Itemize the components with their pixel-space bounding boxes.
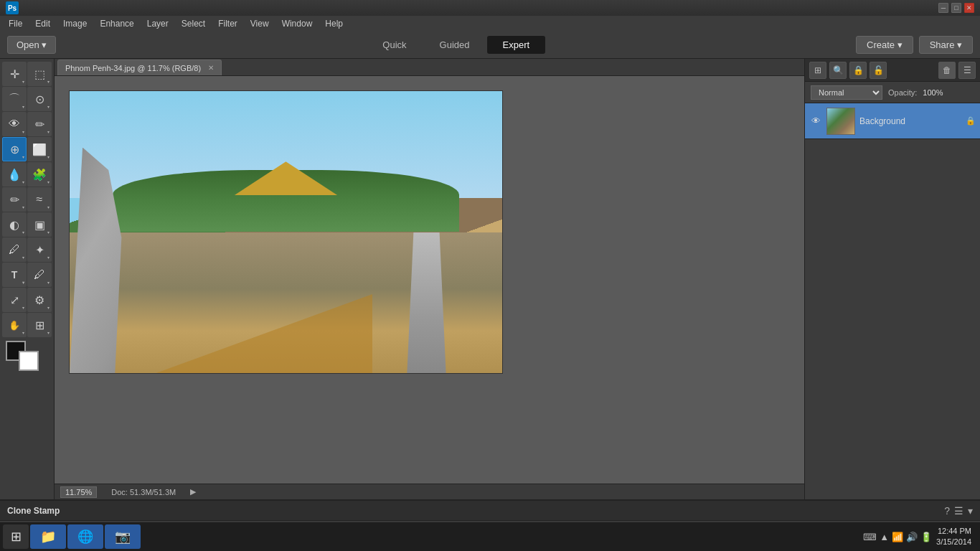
menu-edit[interactable]: Edit (29, 17, 56, 30)
menubar: File Edit Image Enhance Layer Select Fil… (0, 16, 980, 32)
tool-red-eye[interactable]: 👁▾ (2, 112, 27, 136)
right-btn-1[interactable]: ⊞ (809, 62, 826, 79)
tab-expert[interactable]: Expert (487, 36, 546, 54)
tool-row-lasso: ⌒▾ ⊙▾ (2, 87, 52, 111)
right-btn-2[interactable]: 🔍 (829, 62, 847, 79)
create-button[interactable]: Create ▾ (856, 36, 913, 54)
taskbar-file-explorer[interactable]: 📁 (30, 524, 66, 549)
tab-title: Phnom Penh-34.jpg @ 11.7% (RGB/8) (65, 64, 201, 72)
tab-close-button[interactable]: ✕ (208, 64, 214, 72)
tool-shape[interactable]: 🖊▾ (27, 263, 52, 287)
taskbar-app3[interactable]: 📷 (105, 524, 141, 549)
tool-brush[interactable]: 💧▾ (2, 162, 27, 187)
tool-options-controls: ? ☰ ▾ (944, 505, 973, 517)
tool-paint-bucket[interactable]: ⊞▾ (27, 313, 52, 337)
tool-row-pencil: ✏▾ ≈▾ (2, 187, 52, 212)
menu-image[interactable]: Image (57, 17, 93, 30)
doc-size: Doc: 51.3M/51.3M (111, 488, 176, 496)
tab-quick[interactable]: Quick (367, 36, 422, 54)
right-toolbar: ⊞ 🔍 🔒 🔓 🗑 ☰ (805, 59, 980, 82)
mode-tabs: Quick Guided Expert (367, 36, 545, 54)
nav-arrow[interactable]: ▶ (190, 487, 196, 496)
menu-enhance[interactable]: Enhance (94, 17, 139, 30)
tool-marquee[interactable]: ⬚▾ (27, 62, 52, 86)
canvas-container[interactable] (55, 76, 804, 484)
canvas-tab[interactable]: Phnom Penh-34.jpg @ 11.7% (RGB/8) ✕ (57, 60, 222, 75)
layer-thumbnail (826, 108, 855, 135)
tab-guided[interactable]: Guided (424, 36, 486, 54)
menu-file[interactable]: File (3, 17, 28, 30)
right-btn-menu[interactable]: ☰ (958, 62, 976, 79)
tool-eyedropper[interactable]: 🖊▾ (2, 237, 27, 262)
tool-pencil[interactable]: ✏▾ (2, 187, 27, 212)
share-button[interactable]: Share ▾ (919, 36, 973, 54)
menu-help[interactable]: Help (319, 17, 349, 30)
right-panel: ⊞ 🔍 🔒 🔓 🗑 ☰ Normal Opacity: 100% 👁 Backg… (804, 59, 980, 499)
taskbar: ⊞ 📁 🌐 📷 ⌨ ▲ 📶 🔊 🔋 12:44 PM 3/15/2014 (0, 522, 980, 551)
blend-row: Normal Opacity: 100% (805, 82, 980, 103)
titlebar-left: Ps (6, 1, 19, 14)
taskbar-chrome[interactable]: 🌐 (67, 524, 103, 549)
battery-icon[interactable]: 🔋 (920, 532, 932, 542)
network-icon[interactable]: 📶 (892, 532, 903, 542)
blend-mode-select[interactable]: Normal (811, 85, 882, 100)
tool-quick-select[interactable]: ⊙▾ (27, 87, 52, 111)
tool-options-header: Clone Stamp ? ☰ ▾ (0, 501, 980, 521)
keyboard-icon[interactable]: ⌨ (863, 532, 877, 542)
tool-recompose[interactable]: ⚙▾ (27, 288, 52, 312)
tool-lasso[interactable]: ⌒▾ (2, 87, 27, 111)
menu-layer[interactable]: Layer (141, 17, 174, 30)
start-button[interactable]: ⊞ (3, 524, 29, 549)
tool-heal[interactable]: ✏▾ (27, 112, 52, 136)
background-color[interactable] (19, 351, 39, 371)
zoom-display[interactable]: 11.75% (60, 486, 97, 498)
right-btn-lock1[interactable]: 🔒 (849, 62, 867, 79)
maximize-button[interactable]: □ (951, 3, 961, 13)
right-btn-delete[interactable]: 🗑 (938, 62, 956, 79)
opacity-label: Opacity: (888, 88, 917, 97)
volume-icon[interactable]: 🔊 (906, 532, 918, 542)
tool-smudge[interactable]: ≈▾ (27, 187, 52, 212)
canvas-image (69, 90, 503, 374)
tool-options-menu[interactable]: ☰ (954, 505, 963, 517)
clock[interactable]: 12:44 PM 3/15/2014 (936, 526, 971, 548)
app-logo: Ps (6, 1, 19, 14)
tool-options-expand[interactable]: ▾ (968, 505, 973, 517)
tool-erase[interactable]: ⬜▾ (27, 137, 52, 161)
menu-view[interactable]: View (245, 17, 275, 30)
open-button[interactable]: Open ▾ (7, 36, 56, 54)
tool-row-clone: ⊕▾ ⬜▾ (2, 137, 52, 161)
close-button[interactable]: ✕ (964, 3, 974, 13)
photo-content (70, 91, 502, 373)
top-toolbar: Open ▾ Quick Guided Expert Create ▾ Shar… (0, 32, 980, 59)
tool-sharpen[interactable]: ▣▾ (27, 212, 52, 237)
canvas-area: Phnom Penh-34.jpg @ 11.7% (RGB/8) ✕ (55, 59, 804, 499)
titlebar-controls: ─ □ ✕ (938, 3, 974, 13)
tool-dodge[interactable]: ◐▾ (2, 212, 27, 237)
tool-custom-shape[interactable]: ✦▾ (27, 237, 52, 262)
menu-window[interactable]: Window (276, 17, 319, 30)
tool-crop[interactable]: ⤢▾ (2, 288, 27, 312)
layer-visibility-toggle[interactable]: 👁 (809, 115, 822, 128)
layer-background[interactable]: 👁 Background 🔒 (805, 103, 980, 139)
menu-filter[interactable]: Filter (212, 17, 243, 30)
tool-clone-stamp[interactable]: ⊕▾ (2, 137, 27, 161)
layer-lock-icon: 🔒 (966, 116, 976, 126)
system-icons: ⌨ ▲ 📶 🔊 🔋 (863, 532, 932, 542)
right-btn-lock2[interactable]: 🔓 (870, 62, 887, 79)
tool-row-heal: 👁▾ ✏▾ (2, 112, 52, 136)
tool-text[interactable]: T▾ (2, 263, 27, 287)
menu-select[interactable]: Select (176, 17, 211, 30)
color-swatch (3, 341, 52, 372)
clock-time: 12:44 PM (936, 526, 971, 537)
layer-thumb-preview (827, 108, 854, 134)
clock-date: 3/15/2014 (936, 537, 971, 547)
chevron-up-icon[interactable]: ▲ (880, 532, 889, 542)
tool-options-help[interactable]: ? (944, 505, 950, 517)
tool-hand[interactable]: ✋▾ (2, 313, 27, 337)
tool-move[interactable]: ✛▾ (2, 62, 27, 86)
tool-pattern[interactable]: 🧩▾ (27, 162, 52, 187)
minimize-button[interactable]: ─ (938, 3, 948, 13)
opacity-value: 100% (923, 88, 943, 97)
layer-name-label: Background (859, 116, 961, 126)
